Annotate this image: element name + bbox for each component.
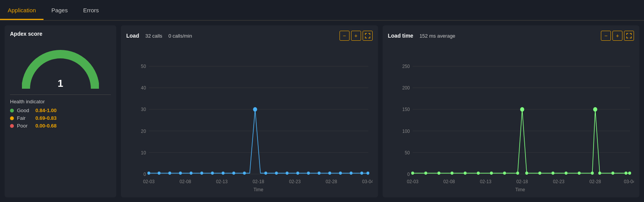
svg-point-67	[437, 172, 440, 175]
poor-label: Poor	[17, 123, 32, 129]
load-chart-area: Number of calls 0 10 20 30 40 50 02-03 0…	[126, 44, 373, 192]
svg-point-42	[360, 172, 363, 175]
svg-point-23	[158, 172, 161, 175]
loadtime-chart-svg: Response time (ms) 0 50 100 150 200 250 …	[388, 44, 634, 192]
svg-point-82	[598, 172, 601, 175]
svg-point-25	[179, 172, 182, 175]
svg-point-73	[516, 172, 519, 175]
main-content: Apdex score 1 Health indicator Good 0.84…	[0, 21, 644, 202]
svg-point-69	[463, 172, 466, 175]
svg-text:02-03: 02-03	[143, 179, 155, 184]
loadtime-zoom-out-button[interactable]: −	[601, 31, 611, 41]
svg-point-28	[211, 172, 214, 175]
svg-text:40: 40	[141, 85, 146, 91]
fair-range: 0.69-0.83	[35, 115, 57, 121]
load-zoom-out-button[interactable]: −	[340, 31, 350, 41]
good-dot	[10, 109, 14, 113]
svg-point-78	[564, 172, 567, 175]
svg-point-65	[411, 172, 414, 175]
svg-point-79	[577, 172, 580, 175]
svg-text:0: 0	[407, 171, 410, 177]
svg-text:02-28: 02-28	[326, 179, 337, 184]
good-label: Good	[17, 108, 32, 113]
svg-text:02-18: 02-18	[516, 179, 528, 184]
svg-point-34	[275, 172, 278, 175]
svg-text:150: 150	[402, 107, 410, 113]
load-chart-svg: Number of calls 0 10 20 30 40 50 02-03 0…	[126, 44, 373, 192]
nav-tabs: Application Pages Errors	[0, 0, 644, 21]
load-chart-title: Load	[126, 33, 139, 39]
svg-point-76	[538, 172, 541, 175]
svg-point-83	[611, 172, 614, 175]
loadtime-chart-card: Load time 152 ms average − + Response	[383, 25, 640, 197]
svg-point-38	[318, 172, 320, 175]
svg-text:02-03: 02-03	[406, 179, 418, 184]
svg-point-30	[233, 172, 235, 175]
load-expand-button[interactable]	[363, 31, 373, 41]
svg-text:03-04: 03-04	[362, 179, 373, 184]
loadtime-chart-title: Load time	[388, 33, 413, 39]
svg-text:02-13: 02-13	[480, 179, 491, 184]
svg-text:100: 100	[402, 128, 410, 134]
loadtime-chart-area: Response time (ms) 0 50 100 150 200 250 …	[388, 44, 634, 192]
health-fair: Fair 0.69-0.83	[10, 115, 111, 121]
svg-text:Time: Time	[515, 187, 525, 192]
apdex-card: Apdex score 1 Health indicator Good 0.84…	[5, 25, 116, 197]
svg-point-31	[243, 172, 246, 175]
svg-point-33	[264, 172, 267, 175]
fair-dot	[10, 116, 14, 120]
svg-point-41	[350, 172, 352, 175]
svg-text:02-08: 02-08	[180, 179, 191, 184]
svg-point-80	[591, 172, 594, 175]
gauge-value-text: 1	[58, 78, 63, 89]
svg-point-39	[328, 172, 331, 175]
svg-text:03-04: 03-04	[624, 179, 634, 184]
tab-pages[interactable]: Pages	[43, 0, 75, 20]
svg-point-68	[450, 172, 453, 175]
svg-point-77	[551, 172, 554, 175]
svg-point-24	[168, 172, 171, 175]
gauge-svg: 1	[22, 48, 99, 91]
svg-point-71	[490, 172, 492, 175]
tab-application[interactable]: Application	[0, 0, 43, 20]
svg-point-35	[286, 172, 288, 175]
load-chart-controls: − +	[340, 31, 373, 41]
svg-point-32	[253, 107, 257, 112]
svg-point-72	[503, 172, 505, 175]
loadtime-zoom-in-button[interactable]: +	[612, 31, 622, 41]
svg-point-81	[593, 107, 597, 112]
svg-point-29	[222, 172, 224, 175]
svg-point-26	[190, 172, 192, 175]
svg-point-27	[200, 172, 203, 175]
good-range: 0.84-1.00	[35, 108, 57, 113]
loadtime-chart-controls: − +	[601, 31, 634, 41]
loadtime-average: 152 ms average	[420, 33, 455, 39]
svg-text:30: 30	[141, 107, 146, 113]
svg-point-84	[624, 172, 627, 175]
svg-text:02-08: 02-08	[443, 179, 455, 184]
svg-point-22	[147, 172, 150, 175]
poor-dot	[10, 124, 14, 128]
tab-errors[interactable]: Errors	[75, 0, 107, 20]
svg-text:250: 250	[402, 64, 410, 70]
load-zoom-in-button[interactable]: +	[351, 31, 361, 41]
svg-point-37	[307, 172, 309, 175]
poor-range: 0.00-0.68	[35, 123, 57, 129]
apdex-title: Apdex score	[10, 31, 111, 37]
svg-text:50: 50	[405, 150, 410, 156]
loadtime-expand-button[interactable]	[624, 31, 634, 41]
svg-text:Time: Time	[253, 187, 263, 192]
apdex-gauge: 1	[10, 41, 111, 91]
apdex-divider	[10, 94, 111, 95]
svg-point-40	[339, 172, 342, 175]
svg-point-74	[520, 107, 524, 112]
health-poor: Poor 0.00-0.68	[10, 123, 111, 129]
svg-text:50: 50	[141, 64, 146, 70]
svg-text:20: 20	[141, 128, 146, 134]
svg-point-66	[424, 172, 427, 175]
svg-text:02-13: 02-13	[216, 179, 227, 184]
svg-point-85	[628, 172, 631, 175]
health-good: Good 0.84-1.00	[10, 108, 111, 113]
load-chart-header: Load 32 calls 0 calls/min − +	[126, 31, 373, 41]
svg-point-70	[477, 172, 479, 175]
